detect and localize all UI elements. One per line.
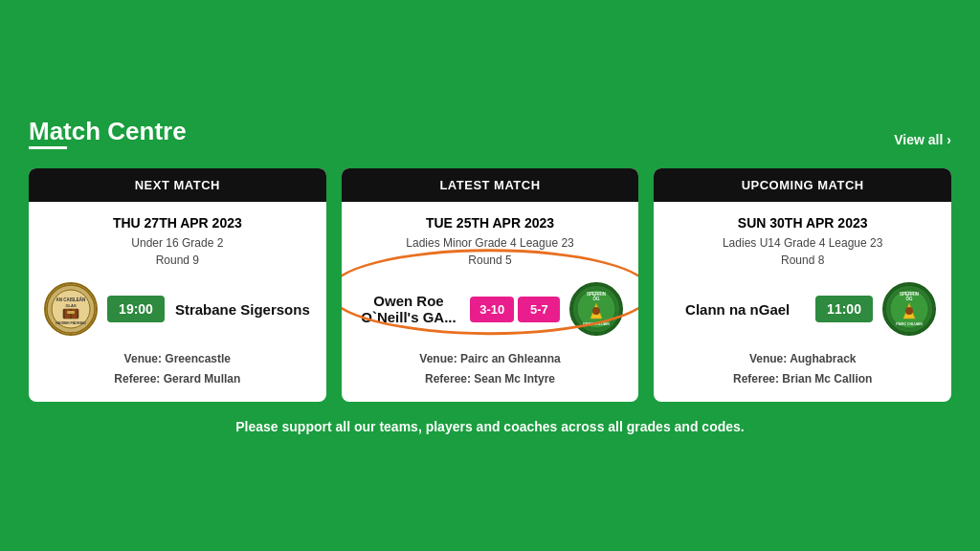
venue-label-latest: Venue: Pairc an Ghleanna [419, 352, 560, 365]
footer-text: Please support all our teams, players an… [29, 419, 951, 434]
svg-text:ÓG: ÓG [593, 295, 601, 301]
next-match-header: NEXT MATCH [29, 168, 326, 202]
referee-label-latest: Referee: Sean Mc Intyre [425, 372, 555, 386]
next-match-sub: Under 16 Grade 2 Round 9 [131, 234, 223, 269]
score-group: 3-10 5-7 [470, 297, 560, 322]
title-underline [29, 146, 67, 149]
latest-match-sub: Ladies Minor Grade 4 League 23 Round 5 [406, 234, 573, 269]
svg-rect-7 [67, 311, 75, 314]
upcoming-match-header: UPCOMING MATCH [654, 168, 951, 202]
team-logo-right-upcoming: SPERRIN ÓG PÁIRC CHLUAIN [882, 282, 936, 336]
upcoming-match-sub: Ladies U14 Grade 4 League 23 Round 8 [723, 234, 882, 269]
latest-match-body: TUE 25TH APR 2023 Ladies Minor Grade 4 L… [342, 202, 639, 402]
svg-text:NAOIMH PÁDRAIG: NAOIMH PÁDRAIG [56, 320, 86, 325]
upcoming-match-teams: Clann na nGael 11:00 SPERRIN ÓG PÁIRC CH… [669, 282, 936, 336]
venue-label: Venue: Greencastle [124, 352, 231, 365]
next-match-info: Venue: Greencastle Referee: Gerard Mulla… [114, 349, 240, 388]
upcoming-match-body: SUN 30TH APR 2023 Ladies U14 Grade 4 Lea… [654, 202, 951, 402]
venue-label-upcoming: Venue: Aughabrack [749, 352, 857, 365]
upcoming-match-time: 11:00 [815, 296, 873, 322]
referee-label-upcoming: Referee: Brian Mc Callion [733, 372, 872, 386]
next-match-team-right: Strabane Sigersons [174, 301, 311, 318]
svg-text:ÓG: ÓG [906, 295, 914, 301]
view-all-label: View all [894, 132, 943, 147]
latest-match-teams: Owen Roe O`Neill's GA... 3-10 5-7 SPERRI… [357, 282, 624, 336]
upcoming-match-date: SUN 30TH APR 2023 [738, 215, 868, 231]
page-header: Match Centre View all › [29, 117, 951, 163]
next-match-date: THU 27TH APR 2023 [113, 215, 242, 231]
next-match-time: 19:00 [107, 296, 165, 322]
upcoming-match-info: Venue: Aughabrack Referee: Brian Mc Call… [733, 349, 872, 388]
next-match-teams: AN CAISLEÁN GLAS NAOIMH PÁDRAIG 19:00 St… [44, 282, 311, 336]
referee-label: Referee: Gerard Mullan [114, 372, 240, 386]
svg-text:AN CAISLEÁN: AN CAISLEÁN [56, 297, 86, 302]
view-all-button[interactable]: View all › [894, 132, 951, 147]
score-left: 3-10 [470, 297, 514, 322]
latest-match-date: TUE 25TH APR 2023 [426, 215, 554, 231]
latest-match-team-left: Owen Roe O`Neill's GA... [357, 293, 461, 325]
team-logo-left: AN CAISLEÁN GLAS NAOIMH PÁDRAIG [44, 282, 98, 336]
next-match-card[interactable]: NEXT MATCH THU 27TH APR 2023 Under 16 Gr… [29, 168, 326, 402]
svg-point-14 [592, 307, 600, 315]
chevron-right-icon: › [947, 132, 951, 147]
svg-text:PÁIRC CHLUAIN: PÁIRC CHLUAIN [584, 321, 611, 326]
latest-match-header: LATEST MATCH [342, 168, 639, 202]
page-title: Match Centre [29, 117, 187, 146]
latest-match-card[interactable]: LATEST MATCH TUE 25TH APR 2023 Ladies Mi… [342, 168, 639, 402]
svg-text:PÁIRC CHLUAIN: PÁIRC CHLUAIN [896, 321, 923, 326]
upcoming-match-team-left: Clann na nGael [669, 301, 806, 318]
latest-match-info: Venue: Pairc an Ghleanna Referee: Sean M… [419, 349, 560, 388]
next-match-body: THU 27TH APR 2023 Under 16 Grade 2 Round… [29, 202, 326, 402]
score-right: 5-7 [518, 297, 560, 322]
cards-container: NEXT MATCH THU 27TH APR 2023 Under 16 Gr… [29, 168, 951, 402]
upcoming-match-card[interactable]: UPCOMING MATCH SUN 30TH APR 2023 Ladies … [654, 168, 951, 402]
svg-point-21 [905, 307, 913, 315]
team-logo-right-latest: SPERRIN ÓG PÁIRC CHLUAIN [569, 282, 623, 336]
svg-text:GLAS: GLAS [65, 303, 76, 308]
